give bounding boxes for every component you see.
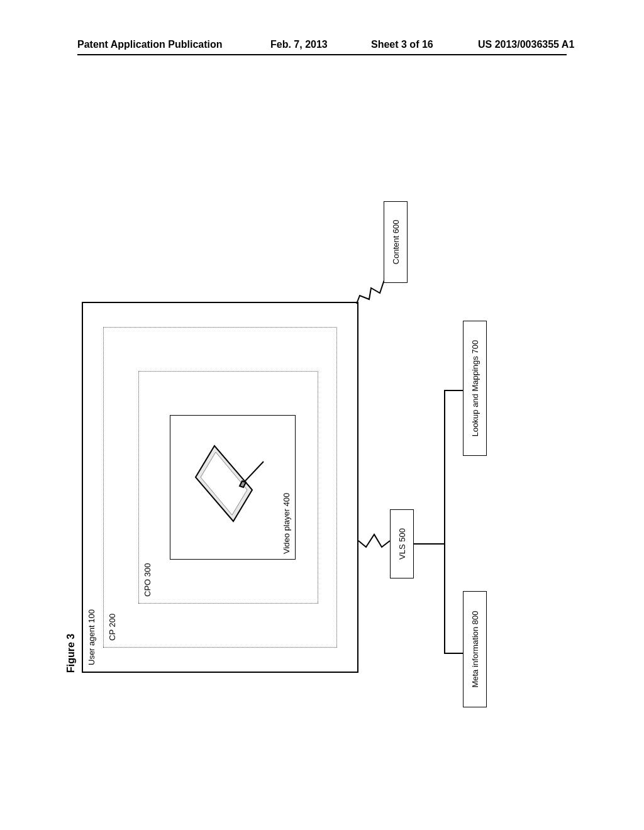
header-divider: [77, 54, 567, 55]
vls-label: VLS 500: [397, 528, 407, 560]
video-player-label: Video player 400: [282, 493, 291, 554]
zigzag-connector-vls: [358, 528, 390, 553]
vls-box: VLS 500: [390, 509, 414, 578]
figure-title: Figure 3: [65, 634, 77, 673]
header-publication-number: US 2013/0036355 A1: [478, 39, 574, 50]
header-publication-date: Feb. 7, 2013: [270, 39, 328, 50]
meta-information-label: Meta information 800: [470, 611, 480, 687]
meta-information-box: Meta information 800: [463, 591, 487, 707]
connector-line: [414, 543, 445, 545]
lookup-mappings-label: Lookup and Mappings 700: [470, 340, 480, 436]
connector-line: [444, 390, 463, 391]
lookup-mappings-box: Lookup and Mappings 700: [463, 321, 487, 456]
video-player-box: Video player 400: [170, 415, 296, 560]
header-sheet: Sheet 3 of 16: [371, 39, 433, 50]
header-publication-type: Patent Application Publication: [77, 39, 223, 50]
figure-3-diagram: Figure 3 User agent 100 CP 200 CPO 300 V…: [82, 189, 566, 673]
content-box: Content 600: [384, 201, 408, 283]
user-agent-label: User agent 100: [87, 609, 96, 665]
tablet-device-icon: [189, 440, 274, 528]
content-label: Content 600: [391, 220, 401, 265]
cp-label: CP 200: [108, 614, 117, 641]
connector-line: [444, 390, 445, 654]
svg-line-2: [243, 462, 264, 484]
connector-line: [444, 653, 463, 654]
cpo-label: CPO 300: [143, 563, 152, 597]
